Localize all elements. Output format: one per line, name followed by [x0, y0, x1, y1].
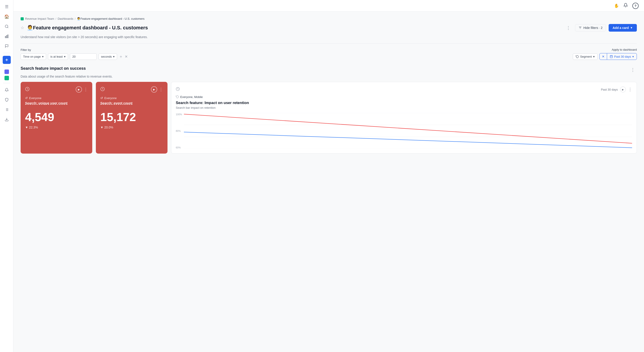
svg-rect-3: [6, 35, 7, 38]
breadcrumb-team[interactable]: Revenue Impact Team: [25, 17, 54, 20]
shield-icon[interactable]: [3, 96, 11, 104]
section-more-button[interactable]: ⋮: [629, 66, 637, 73]
star-button[interactable]: ☆: [20, 25, 24, 30]
card-1-segment-icon: ↺: [25, 96, 28, 100]
retention-segment-label: Everyone, Mobile: [180, 95, 203, 99]
flag-icon[interactable]: [3, 42, 11, 50]
help-icon[interactable]: ?: [632, 3, 639, 9]
card-1-clock-icon: [25, 87, 30, 92]
page-header: ☆ 🧑‍💼Feature engagement dashboard - U.S.…: [20, 24, 637, 32]
swatch-purple: [4, 70, 9, 74]
plus-icon[interactable]: [3, 56, 11, 64]
retention-card-top: Past 30 days ▶ ⋮: [176, 87, 632, 92]
card-1-value: 4,549: [25, 110, 88, 124]
filter-operator-chevron: ▾: [64, 55, 66, 58]
filter-field-select[interactable]: Time on page ▾: [20, 53, 46, 60]
svg-rect-18: [610, 55, 613, 58]
notification-icon[interactable]: [624, 3, 628, 9]
card-2-more-button[interactable]: ⋮: [159, 87, 163, 92]
filter-left: Filter by Time on page ▾ is at least ▾ s…: [20, 48, 128, 60]
swatch-green: [4, 76, 9, 80]
retention-segment-icon: [176, 95, 179, 99]
date-range-label: Past 30 days: [614, 55, 631, 58]
card-2-segment: ↺ Everyone: [100, 96, 163, 100]
card-2-value: 15,172: [100, 110, 163, 124]
filter-operator-label: is at least: [50, 55, 63, 58]
filter-unit-select[interactable]: seconds ▾: [98, 53, 117, 60]
filter-operator-select[interactable]: is at least ▾: [48, 53, 68, 60]
section-description: Data about usage of the search feature r…: [20, 75, 637, 78]
chart-icon[interactable]: [3, 32, 11, 40]
sidebar-divider-3: [3, 83, 10, 83]
metric-card-2-top: ▶ ⋮: [100, 86, 163, 93]
date-filter-group: ✕ Past 30 days ▾: [600, 53, 637, 60]
filter-controls: Time on page ▾ is at least ▾ seconds ▾ ＋…: [20, 53, 128, 60]
svg-rect-2: [5, 36, 6, 38]
card-1-more-button[interactable]: ⋮: [84, 87, 88, 92]
card-1-metric-name[interactable]: Search: unique user count: [25, 101, 88, 105]
download-icon[interactable]: [3, 115, 11, 123]
retention-card-right: Past 30 days ▶ ⋮: [601, 87, 632, 92]
svg-rect-4: [8, 35, 8, 38]
card-2-segment-icon: ↺: [100, 96, 103, 100]
y-label-80: 80%: [176, 130, 184, 132]
date-range-chevron: ▾: [632, 55, 634, 58]
add-card-chevron: ▼: [630, 26, 633, 29]
filter-value-input[interactable]: [70, 53, 97, 60]
card-1-segment-label: Everyone: [29, 96, 42, 100]
header-actions: ⋮ Hide filters · 2 Add a card ▼: [564, 24, 637, 32]
retention-title: Search feature: Impact on user retention: [176, 101, 632, 105]
card-2-clock-icon: [100, 87, 105, 92]
section-title: Search feature impact on success: [20, 66, 86, 71]
filter-field-label: Time on page: [23, 55, 41, 58]
card-2-play-button[interactable]: ▶: [151, 86, 157, 93]
list-icon[interactable]: [3, 106, 11, 114]
chart-y-labels: 100% 80% 60%: [176, 113, 184, 149]
add-card-label: Add a card: [613, 26, 629, 30]
chart-blue-line: [184, 132, 632, 148]
bell-icon[interactable]: [3, 86, 11, 94]
topbar: ✋ ?: [14, 0, 644, 12]
segment-label: Segment: [580, 55, 592, 58]
filter-add-button[interactable]: ＋: [119, 54, 123, 59]
hand-icon[interactable]: ✋: [614, 3, 619, 8]
search-icon[interactable]: [3, 23, 11, 31]
breadcrumb-sep-1: /: [56, 17, 56, 20]
breadcrumb-sep-2: /: [75, 17, 76, 20]
retention-date-label: Past 30 days: [601, 88, 618, 91]
add-card-button[interactable]: Add a card ▼: [608, 24, 637, 32]
card-2-segment-label: Everyone: [104, 96, 117, 100]
hide-filters-label: Hide filters · 2: [583, 26, 602, 30]
card-2-actions: ▶ ⋮: [151, 86, 163, 93]
page-description: Understand how real site visitors (on si…: [20, 35, 637, 44]
retention-play-button[interactable]: ▶: [620, 87, 626, 92]
retention-segment: Everyone, Mobile: [176, 95, 632, 99]
filter-unit-chevron: ▾: [113, 55, 115, 58]
chart-svg: [184, 113, 632, 149]
date-clear-button[interactable]: ✕: [600, 53, 607, 60]
section-header: Search feature impact on success ⋮: [20, 66, 637, 73]
breadcrumb: Revenue Impact Team / Dashboards / 🧑‍💼Fe…: [20, 17, 637, 20]
metric-card-1: ▶ ⋮ ↺ Everyone Search: unique user count…: [20, 82, 92, 153]
apply-label: Apply to dashboard: [612, 48, 637, 51]
sidebar-divider-1: [3, 53, 10, 53]
chart-red-line: [184, 114, 632, 143]
filter-remove-button[interactable]: ✕: [125, 55, 128, 59]
segment-button[interactable]: Segment ▾: [573, 53, 598, 60]
y-label-100: 100%: [176, 113, 184, 116]
svg-line-1: [8, 27, 8, 28]
y-label-60: 60%: [176, 146, 184, 149]
metric-card-2: ▶ ⋮ ↺ Everyone Search: event count 15,17…: [96, 82, 168, 153]
page-title-row: ☆ 🧑‍💼Feature engagement dashboard - U.S.…: [20, 25, 148, 31]
breadcrumb-dashboards[interactable]: Dashboards: [58, 17, 73, 20]
menu-icon[interactable]: ☰: [3, 3, 11, 11]
more-options-button[interactable]: ⋮: [564, 24, 572, 31]
hide-filters-button[interactable]: Hide filters · 2: [575, 24, 606, 31]
card-1-play-button[interactable]: ▶: [76, 86, 82, 93]
retention-more-button[interactable]: ⋮: [628, 87, 632, 92]
sidebar-divider-2: [3, 67, 10, 67]
date-range-button[interactable]: Past 30 days ▾: [607, 54, 636, 60]
svg-point-0: [5, 25, 8, 28]
home-icon[interactable]: 🏠: [3, 13, 11, 21]
card-2-metric-name[interactable]: Search: event count: [100, 101, 163, 105]
